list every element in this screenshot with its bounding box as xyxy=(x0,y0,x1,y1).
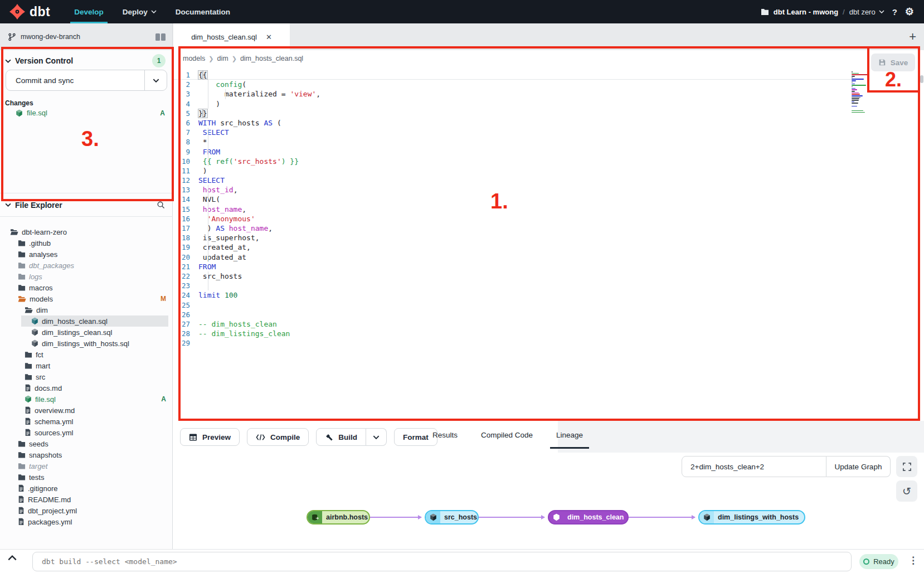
update-graph-button[interactable]: Update Graph xyxy=(826,456,891,477)
dbt-command-input[interactable] xyxy=(32,552,852,571)
file-tree-item-readme-md[interactable]: README.md xyxy=(0,494,173,505)
editor-tab[interactable]: dim_hosts_clean.sql ✕ xyxy=(173,23,290,50)
search-icon[interactable] xyxy=(157,201,165,209)
tab-compiled-code[interactable]: Compiled Code xyxy=(471,421,542,449)
file-tree-item-seeds[interactable]: seeds xyxy=(0,438,173,449)
preview-button[interactable]: Preview xyxy=(180,428,240,446)
file-tree-item--github[interactable]: .github xyxy=(0,237,173,249)
settings-gear-icon[interactable]: ⚙ xyxy=(905,6,914,18)
code-line-20[interactable]: 20 updated_at xyxy=(173,252,864,262)
code-line-17[interactable]: 17 ) AS host_name, xyxy=(173,224,864,233)
code-line-2[interactable]: 2 config( xyxy=(173,80,864,89)
commit-and-sync-button[interactable]: Commit and sync xyxy=(6,70,167,91)
file-tree-item-dim-listings-with-hosts-sql[interactable]: dim_listings_with_hosts.sql xyxy=(0,338,173,349)
code-line-21[interactable]: 21FROM xyxy=(173,262,864,271)
file-tree-item-fct[interactable]: fct xyxy=(0,349,173,360)
code-line-1[interactable]: 1{{ xyxy=(173,70,864,80)
dbt-logo[interactable]: dbt xyxy=(0,0,65,23)
code-content[interactable]: 1{{2 config(3 materialized = 'view',4 )5… xyxy=(173,70,864,348)
project-switcher[interactable]: dbt Learn - mwong / dbt zero xyxy=(761,8,884,16)
file-tree-item--gitignore[interactable]: .gitignore xyxy=(0,483,173,494)
file-tree-item-analyses[interactable]: analyses xyxy=(0,249,173,260)
new-tab-button[interactable]: + xyxy=(909,23,916,50)
branch-name[interactable]: mwong-dev-branch xyxy=(21,33,80,41)
file-tree-item-macros[interactable]: macros xyxy=(0,282,173,293)
commit-options-dropdown[interactable] xyxy=(144,70,167,90)
code-line-8[interactable]: 8 * xyxy=(173,137,864,147)
file-tree-item-src[interactable]: src xyxy=(0,371,173,382)
nav-documentation[interactable]: Documentation xyxy=(166,0,240,23)
code-line-12[interactable]: 12SELECT xyxy=(173,176,864,185)
file-tree-item-schema-yml[interactable]: schema.yml xyxy=(0,416,173,427)
file-tree-item-dbt-learn-zero[interactable]: dbt-learn-zero xyxy=(0,226,173,237)
code-line-18[interactable]: 18 is_superhost, xyxy=(173,233,864,242)
fullscreen-icon[interactable] xyxy=(896,456,917,477)
code-line-11[interactable]: 11 ) xyxy=(173,166,864,176)
nav-develop[interactable]: Develop xyxy=(65,0,113,23)
file-tree-item-logs[interactable]: logs xyxy=(0,271,173,282)
file-tree-item-dim[interactable]: dim xyxy=(0,304,173,315)
breadcrumb-dim[interactable]: dim xyxy=(217,55,228,62)
file-explorer-header[interactable]: File Explorer xyxy=(0,193,173,217)
file-tree-item-mart[interactable]: mart xyxy=(0,360,173,371)
file-tree-item-target[interactable]: target xyxy=(0,460,173,472)
compile-button[interactable]: Compile xyxy=(247,428,309,446)
build-options-dropdown[interactable] xyxy=(366,428,387,446)
code-line-13[interactable]: 13 host_id, xyxy=(173,185,864,195)
code-line-15[interactable]: 15 host_name, xyxy=(173,205,864,214)
file-tree-item-dim-listings-clean-sql[interactable]: dim_listings_clean.sql xyxy=(0,327,173,338)
code-line-14[interactable]: 14 NVL( xyxy=(173,195,864,204)
file-tree-item-snapshots[interactable]: snapshots xyxy=(0,449,173,460)
breadcrumb-file[interactable]: dim_hosts_clean.sql xyxy=(240,55,303,62)
code-editor-pane[interactable]: models ❯ dim ❯ dim_hosts_clean.sql Save … xyxy=(173,50,924,421)
file-tree-item-tests[interactable]: tests xyxy=(0,472,173,483)
code-line-29[interactable]: 29 xyxy=(173,338,864,348)
minimap[interactable] xyxy=(852,71,870,115)
code-line-9[interactable]: 9 FROM xyxy=(173,147,864,157)
file-tree-item-dbt-packages[interactable]: dbt_packages xyxy=(0,260,173,271)
lineage-selector-input[interactable] xyxy=(682,456,826,477)
code-line-25[interactable]: 25 xyxy=(173,300,864,310)
lineage-node-dim-hosts-clean[interactable]: dim_hosts_clean xyxy=(548,510,629,525)
code-line-5[interactable]: 5}} xyxy=(173,109,864,118)
tab-lineage[interactable]: Lineage xyxy=(547,421,592,449)
code-line-7[interactable]: 7 SELECT xyxy=(173,128,864,137)
file-tree-item-models[interactable]: modelsM xyxy=(0,293,173,304)
code-line-6[interactable]: 6WITH src_hosts AS ( xyxy=(173,118,864,128)
file-tree-item-dim-hosts-clean-sql[interactable]: dim_hosts_clean.sql xyxy=(0,315,173,327)
reset-view-icon[interactable]: ↺ xyxy=(896,480,917,502)
file-tree-item-file-sql[interactable]: file.sqlA xyxy=(0,394,173,405)
save-button[interactable]: Save xyxy=(871,54,915,71)
file-tree-item-sources-yml[interactable]: sources.yml xyxy=(0,427,173,438)
environment-selector[interactable]: dbt zero xyxy=(849,8,884,16)
version-control-header[interactable]: Version Control 1 xyxy=(0,50,172,71)
code-line-28[interactable]: 28-- dim_listings_clean xyxy=(173,329,864,338)
nav-deploy[interactable]: Deploy xyxy=(113,0,166,23)
breadcrumb-models[interactable]: models xyxy=(183,55,205,62)
code-line-19[interactable]: 19 created_at, xyxy=(173,242,864,252)
file-tree-item-dbt-project-yml[interactable]: dbt_project.yml xyxy=(0,505,173,516)
lineage-node-src-hosts[interactable]: src_hosts xyxy=(425,510,479,525)
code-line-26[interactable]: 26 xyxy=(173,310,864,319)
changed-file-row[interactable]: file.sql A xyxy=(0,107,173,119)
code-line-10[interactable]: 10 {{ ref('src_hosts') }} xyxy=(173,157,864,166)
docs-panel-icon[interactable] xyxy=(155,33,166,41)
code-line-4[interactable]: 4 ) xyxy=(173,99,864,109)
close-icon[interactable]: ✕ xyxy=(266,33,272,41)
chevron-up-icon[interactable] xyxy=(8,555,17,561)
code-line-27[interactable]: 27-- dim_hosts_clean xyxy=(173,319,864,329)
file-tree-item-packages-yml[interactable]: packages.yml xyxy=(0,516,173,527)
editor-scrollbar[interactable] xyxy=(920,75,923,83)
code-line-22[interactable]: 22 src_hosts xyxy=(173,271,864,281)
build-button[interactable]: Build xyxy=(316,428,366,446)
code-line-23[interactable]: 23 xyxy=(173,281,864,290)
help-icon[interactable]: ? xyxy=(892,7,897,17)
tab-results[interactable]: Results xyxy=(423,421,467,449)
file-tree-item-docs-md[interactable]: docs.md xyxy=(0,382,173,394)
code-line-3[interactable]: 3 materialized = 'view', xyxy=(173,89,864,99)
lineage-node-airbnb-hosts[interactable]: airbnb.hosts xyxy=(307,510,370,525)
kebab-menu-icon[interactable]: ⋮ xyxy=(908,555,918,566)
code-line-24[interactable]: 24limit 100 xyxy=(173,290,864,300)
lineage-node-dim-listings-with-hosts[interactable]: dim_listings_with_hosts xyxy=(698,510,805,525)
file-tree-item-overview-md[interactable]: overview.md xyxy=(0,405,173,416)
